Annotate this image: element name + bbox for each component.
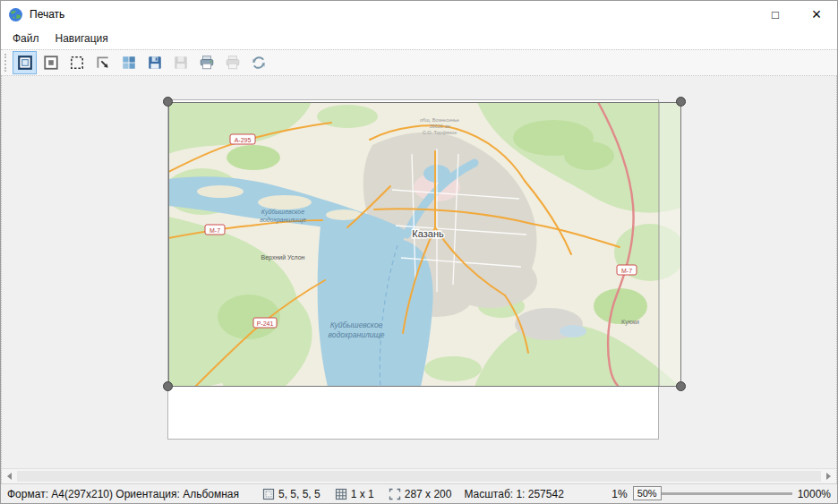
scale-label: Масштаб: 1: 257542 <box>464 488 563 500</box>
select-region-button[interactable] <box>64 51 89 74</box>
scroll-left-button[interactable] <box>2 469 17 483</box>
print-window: Печать □ × Файл Навигация <box>0 0 838 504</box>
window-title: Печать <box>30 8 64 21</box>
page-size-icon <box>389 488 401 500</box>
status-bar: Формат: A4(297x210) Ориентация: Альбомна… <box>1 483 837 503</box>
title-bar: Печать □ × <box>1 1 837 28</box>
size-group: 287 x 200 <box>389 488 452 500</box>
zoom-slider-track[interactable]: 50% <box>633 492 792 495</box>
grid-value: 1 x 1 <box>351 488 374 500</box>
resize-corner-button[interactable] <box>90 51 115 74</box>
grid-group: 1 x 1 <box>335 488 374 500</box>
resize-corner-icon <box>95 55 111 71</box>
grid-icon <box>335 488 347 500</box>
scrollbar-thumb[interactable] <box>17 471 821 482</box>
save-disabled-icon <box>173 55 189 71</box>
zoom-min-label: 1% <box>611 488 627 500</box>
menu-bar: Файл Навигация <box>1 28 837 49</box>
print-current-button[interactable] <box>220 51 244 74</box>
save-button[interactable] <box>142 51 167 74</box>
selection-rect[interactable] <box>168 102 681 387</box>
size-value: 287 x 200 <box>405 488 452 500</box>
refresh-button[interactable] <box>246 51 270 74</box>
save-all-button[interactable] <box>168 51 192 74</box>
zoom-slider-thumb[interactable]: 50% <box>633 486 662 500</box>
margins-value: 5, 5, 5, 5 <box>278 488 321 500</box>
preview-area[interactable]: А-295 М-7 М-7 Р-241 Казань Куйбышевско <box>1 76 837 483</box>
close-button[interactable]: × <box>796 1 837 28</box>
refresh-icon <box>251 55 267 71</box>
select-region-icon <box>69 55 85 71</box>
selection-handle-sw[interactable] <box>163 381 173 391</box>
selection-handle-ne[interactable] <box>676 97 686 107</box>
pan-page-icon <box>17 55 33 71</box>
pan-page-button[interactable] <box>13 51 37 74</box>
margins-group: 5, 5, 5, 5 <box>262 488 321 500</box>
scroll-right-button[interactable] <box>821 469 836 483</box>
scroll-right-icon <box>826 473 831 480</box>
tile-preview-icon <box>121 55 137 71</box>
maximize-button[interactable]: □ <box>755 1 796 28</box>
globe-icon <box>8 7 23 22</box>
scroll-left-icon <box>7 473 12 480</box>
zoom-max-label: 1000% <box>798 488 831 500</box>
margins-icon <box>262 488 275 500</box>
print-icon <box>199 55 215 71</box>
print-button[interactable] <box>194 51 218 74</box>
format-label: Формат: A4(297x210) Ориентация: Альбомна… <box>7 488 239 500</box>
caption-buttons: □ × <box>755 1 837 28</box>
tile-preview-button[interactable] <box>116 51 141 74</box>
selection-handle-nw[interactable] <box>163 97 173 107</box>
save-icon <box>147 55 163 71</box>
frame-page-button[interactable] <box>38 51 63 74</box>
frame-page-icon <box>43 55 59 71</box>
toolbar-gripper <box>4 54 9 72</box>
menu-file[interactable]: Файл <box>4 30 47 47</box>
menu-navigation[interactable]: Навигация <box>47 30 116 47</box>
horizontal-scrollbar[interactable] <box>2 468 836 483</box>
zoom-control: 1% 50% 1000% <box>611 488 831 500</box>
selection-handle-se[interactable] <box>676 381 686 391</box>
toolbar <box>1 49 837 76</box>
print-disabled-icon <box>225 55 241 71</box>
